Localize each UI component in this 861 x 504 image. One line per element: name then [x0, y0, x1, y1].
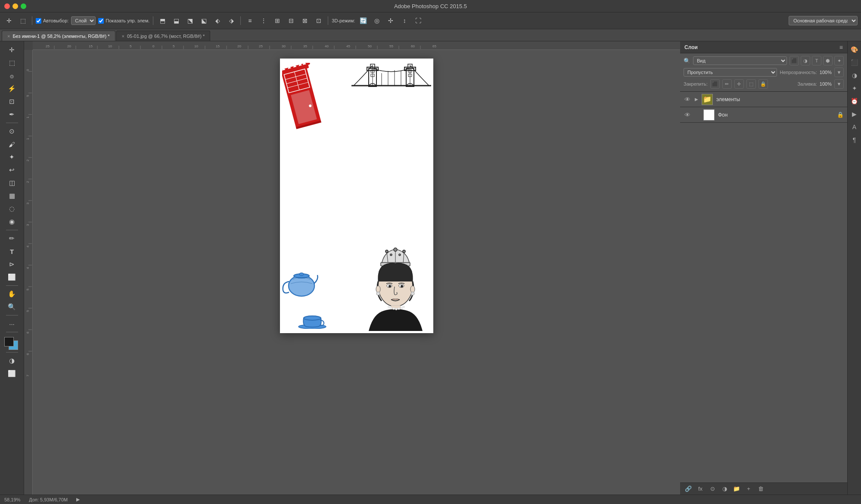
pen-tool[interactable]: ✏: [4, 232, 20, 244]
distribute-right-button[interactable]: ⊡: [313, 15, 324, 26]
align-right-button[interactable]: ⬗: [226, 15, 237, 26]
autoselect-type-select[interactable]: Слой: [71, 16, 96, 25]
actions-panel-button[interactable]: ▶: [849, 108, 860, 120]
hand-tool[interactable]: ✋: [4, 288, 20, 300]
opacity-arrow-button[interactable]: ▼: [834, 68, 844, 77]
svg-point-125: [392, 308, 395, 310]
styles-panel-button[interactable]: ✦: [849, 83, 860, 94]
history-brush-tool[interactable]: ↩: [4, 164, 20, 176]
3d-slide-button[interactable]: ↕: [399, 15, 410, 26]
lock-pos-button[interactable]: ✛: [734, 79, 744, 89]
svg-point-103: [304, 316, 321, 320]
svg-text:5: 5: [130, 44, 132, 48]
eraser-tool[interactable]: ◫: [4, 177, 20, 189]
text-tool[interactable]: T: [4, 245, 20, 257]
layer-visibility-background[interactable]: 👁: [684, 111, 691, 119]
3d-rotate-button[interactable]: 🔄: [357, 15, 369, 26]
character-panel-button[interactable]: A: [849, 121, 860, 133]
distribute-horiz-button[interactable]: ⊠: [299, 15, 311, 26]
show-controls-checkbox[interactable]: Показать упр. элем.: [98, 18, 149, 24]
foreground-color[interactable]: [4, 337, 14, 346]
marquee-tool-button[interactable]: ⬚: [17, 15, 28, 26]
new-layer-button[interactable]: +: [744, 485, 753, 493]
layer-item-elements[interactable]: 👁 ▶ 📁 элементы: [680, 92, 847, 107]
move-tool[interactable]: ✛: [4, 44, 20, 56]
filter-select[interactable]: Вид: [693, 56, 787, 65]
autoselect-checkbox[interactable]: Автовыбор:: [36, 18, 68, 24]
tab-1[interactable]: × Без имени-1 @ 58,2% (элементы, RGB/8#)…: [2, 31, 115, 41]
adjustments-panel-button[interactable]: ◑: [849, 70, 860, 81]
color-panel-button[interactable]: 🎨: [849, 44, 860, 55]
fill-arrow-button[interactable]: ▼: [834, 79, 844, 89]
clone-tool[interactable]: ✦: [4, 151, 20, 163]
align-left-button[interactable]: ⬕: [198, 15, 209, 26]
toolbar-sep-1: [32, 16, 32, 25]
zoom-tool[interactable]: 🔍: [4, 301, 20, 313]
align-horiz-center-button[interactable]: ⬖: [212, 15, 223, 26]
filter-shape-button[interactable]: ⬢: [823, 56, 833, 65]
tab-1-close[interactable]: ×: [7, 34, 10, 39]
tab-2[interactable]: × 05-01.jpg @ 66,7% (мост, RGB/8#) *: [116, 31, 211, 41]
3d-scale-button[interactable]: ⛶: [413, 15, 424, 26]
distribute-bottom-button[interactable]: ⊞: [272, 15, 283, 26]
magic-wand-tool[interactable]: ⚡: [4, 83, 20, 95]
color-boxes[interactable]: [4, 337, 20, 350]
crop-tool[interactable]: ⊡: [4, 96, 20, 108]
eyedropper-tool[interactable]: ✒: [4, 108, 20, 121]
align-bottom-button[interactable]: ⬔: [184, 15, 196, 26]
lock-artboard-button[interactable]: ⬚: [746, 79, 756, 89]
delete-layer-button[interactable]: 🗑: [756, 485, 765, 493]
tab-2-close[interactable]: ×: [122, 34, 124, 39]
filter-text-button[interactable]: T: [812, 56, 821, 65]
maximize-button[interactable]: [21, 3, 26, 9]
history-panel-button[interactable]: ⏰: [849, 96, 860, 107]
canvas-area[interactable]: 25 20 15 10 5 0 5 10 15 20 25 30 35 40 4…: [24, 41, 680, 495]
new-adjustment-button[interactable]: ◑: [720, 485, 729, 493]
add-mask-button[interactable]: ⊙: [708, 485, 717, 493]
brush-tool[interactable]: 🖌: [4, 138, 20, 150]
workspace-select[interactable]: Основная рабочая среда: [789, 16, 858, 25]
extra-tool[interactable]: ···: [4, 318, 20, 330]
close-button[interactable]: [4, 3, 10, 9]
align-top-button[interactable]: ⬒: [157, 15, 168, 26]
lock-label: Закрепить:: [684, 81, 708, 87]
lock-brush-button[interactable]: ✏: [722, 79, 732, 89]
swatches-panel-button[interactable]: ⬛: [849, 57, 860, 68]
gradient-tool[interactable]: ▦: [4, 190, 20, 202]
spot-heal-tool[interactable]: ⊙: [4, 125, 20, 137]
blend-mode-select[interactable]: Пропустить: [684, 68, 777, 77]
new-group-button[interactable]: 📁: [732, 485, 741, 493]
layers-panel-menu-button[interactable]: ≡: [839, 44, 843, 51]
screen-mode-button[interactable]: ⬜: [4, 368, 20, 380]
distribute-left-button[interactable]: ⊟: [286, 15, 297, 26]
shape-tool[interactable]: ⬜: [4, 271, 20, 283]
lock-pixel-button[interactable]: ⬛: [710, 79, 720, 89]
minimize-button[interactable]: [12, 3, 18, 9]
svg-text:5: 5: [26, 288, 30, 291]
paragraph-panel-button[interactable]: ¶: [849, 134, 860, 145]
distribute-top-button[interactable]: ≡: [244, 15, 255, 26]
layer-effects-button[interactable]: fx: [696, 485, 705, 493]
quick-mask-button[interactable]: ◑: [4, 355, 20, 367]
svg-text:50: 50: [368, 44, 372, 48]
filter-pixel-button[interactable]: ⬛: [790, 56, 799, 65]
dodge-tool[interactable]: ◉: [4, 216, 20, 228]
3d-orbit-button[interactable]: ◎: [371, 15, 382, 26]
3d-pan-button[interactable]: ✢: [385, 15, 396, 26]
link-layers-button[interactable]: 🔗: [684, 485, 693, 493]
layer-visibility-elements[interactable]: 👁: [684, 96, 691, 103]
distribute-vert-button[interactable]: ⋮: [258, 15, 269, 26]
layer-item-background[interactable]: 👁 Фон 🔒: [680, 107, 847, 123]
move-tool-button[interactable]: ✛: [3, 15, 15, 26]
rect-select-tool[interactable]: ⬚: [4, 57, 20, 69]
filter-adjust-button[interactable]: ◑: [801, 56, 810, 65]
lasso-tool[interactable]: ⌾: [4, 70, 20, 82]
filter-smart-button[interactable]: ✦: [834, 56, 844, 65]
path-select-tool[interactable]: ⊳: [4, 258, 20, 270]
align-vert-center-button[interactable]: ⬓: [171, 15, 182, 26]
layer-expand-arrow[interactable]: ▶: [695, 97, 698, 102]
blur-tool[interactable]: ◌: [4, 203, 20, 215]
lock-all-button[interactable]: 🔒: [758, 79, 768, 89]
svg-text:35: 35: [303, 44, 307, 48]
window-controls[interactable]: [4, 3, 26, 9]
